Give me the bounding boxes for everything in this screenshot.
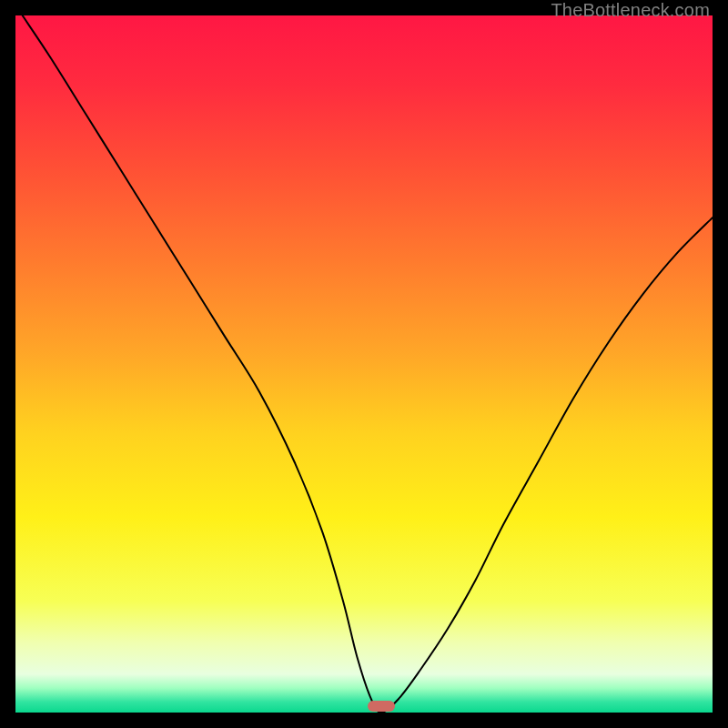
bottleneck-curve [15, 15, 713, 713]
plot-area [15, 15, 713, 713]
optimum-marker [368, 701, 395, 712]
chart-frame: TheBottleneck.com [0, 0, 728, 728]
watermark-text: TheBottleneck.com [551, 0, 710, 21]
